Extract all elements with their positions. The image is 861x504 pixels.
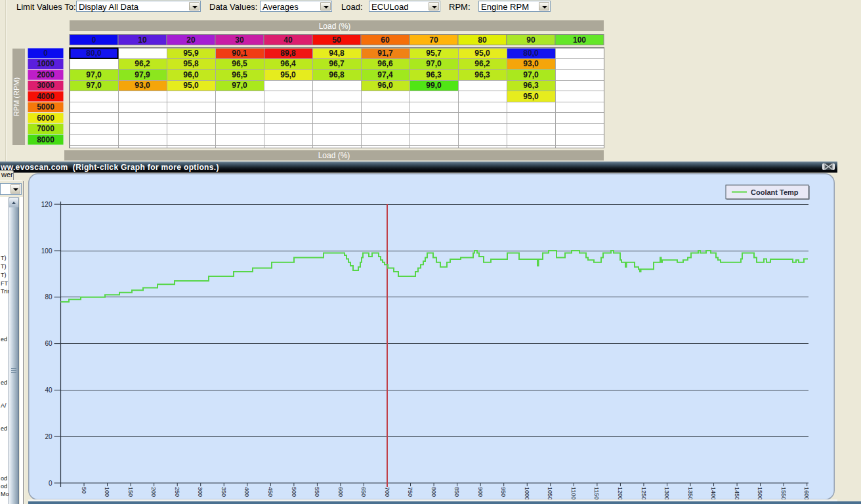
svg-text:2000: 2000	[37, 70, 54, 79]
svg-text:96,5: 96,5	[232, 59, 247, 68]
svg-text:80: 80	[45, 293, 52, 301]
svg-text:1300: 1300	[663, 487, 670, 500]
svg-text:96,6: 96,6	[377, 59, 393, 68]
svg-text:100: 100	[41, 247, 52, 255]
svg-text:1450: 1450	[734, 487, 740, 500]
svg-text:96,5: 96,5	[232, 70, 247, 79]
svg-text:95,0: 95,0	[523, 92, 539, 101]
svg-text:20: 20	[45, 433, 52, 440]
svg-text:95,9: 95,9	[183, 49, 199, 58]
svg-text:1350: 1350	[687, 487, 694, 500]
svg-text:93,0: 93,0	[135, 81, 150, 90]
svg-text:500: 500	[291, 487, 297, 497]
svg-text:5000: 5000	[37, 102, 54, 112]
svg-text:650: 650	[360, 487, 367, 497]
svg-text:0: 0	[92, 35, 96, 45]
svg-text:8000: 8000	[37, 135, 54, 144]
svg-text:200: 200	[150, 487, 157, 497]
svg-text:800: 800	[430, 487, 437, 497]
svg-text:96,0: 96,0	[377, 81, 393, 90]
svg-text:20: 20	[186, 35, 196, 45]
svg-text:60: 60	[45, 340, 52, 347]
svg-text:950: 950	[500, 487, 507, 497]
svg-text:4000: 4000	[37, 92, 54, 101]
svg-text:90,1: 90,1	[232, 49, 247, 58]
svg-text:96,3: 96,3	[426, 70, 442, 79]
svg-text:97,9: 97,9	[135, 70, 150, 79]
svg-text:96,2: 96,2	[474, 59, 490, 68]
svg-text:350: 350	[220, 487, 227, 497]
svg-text:95,8: 95,8	[183, 59, 199, 68]
svg-text:700: 700	[384, 487, 390, 497]
svg-text:95,7: 95,7	[426, 49, 442, 58]
svg-text:RPM (RPM): RPM (RPM)	[12, 77, 20, 116]
svg-text:80,0: 80,0	[523, 49, 539, 58]
svg-text:95,0: 95,0	[474, 49, 490, 58]
svg-text:80,0: 80,0	[86, 49, 102, 58]
svg-text:97,0: 97,0	[86, 81, 102, 90]
svg-text:850: 850	[453, 487, 460, 497]
svg-text:0: 0	[43, 49, 48, 58]
svg-text:96,0: 96,0	[183, 70, 199, 79]
svg-text:97,0: 97,0	[232, 81, 247, 90]
svg-text:97,0: 97,0	[523, 70, 539, 79]
svg-text:50: 50	[81, 487, 87, 494]
svg-text:250: 250	[174, 487, 180, 497]
svg-text:97,4: 97,4	[377, 70, 393, 79]
svg-text:1000: 1000	[37, 59, 54, 68]
svg-text:6000: 6000	[37, 114, 54, 123]
svg-text:96,7: 96,7	[329, 59, 345, 68]
svg-text:1150: 1150	[593, 487, 600, 499]
svg-text:95,0: 95,0	[183, 81, 199, 90]
svg-text:40: 40	[284, 35, 293, 45]
svg-text:96,8: 96,8	[329, 70, 345, 79]
svg-text:50: 50	[332, 35, 341, 45]
svg-text:1000: 1000	[524, 487, 530, 500]
svg-text:91,7: 91,7	[377, 49, 393, 58]
svg-text:94,8: 94,8	[329, 49, 345, 58]
svg-text:1050: 1050	[547, 487, 553, 500]
svg-text:Coolant Temp: Coolant Temp	[751, 188, 799, 196]
svg-text:7000: 7000	[37, 124, 54, 133]
svg-text:100: 100	[573, 35, 586, 45]
svg-text:96,3: 96,3	[474, 70, 490, 79]
svg-text:80: 80	[478, 35, 487, 45]
svg-text:40: 40	[45, 387, 52, 394]
svg-text:1200: 1200	[617, 487, 623, 500]
svg-text:90: 90	[526, 35, 536, 45]
svg-text:99,0: 99,0	[426, 81, 442, 90]
svg-text:60: 60	[381, 35, 390, 45]
svg-text:600: 600	[337, 487, 344, 497]
svg-text:0: 0	[49, 480, 52, 487]
svg-text:70: 70	[429, 35, 438, 45]
svg-text:1600: 1600	[803, 487, 810, 500]
svg-text:96,4: 96,4	[280, 59, 296, 68]
svg-text:97,0: 97,0	[86, 70, 102, 79]
svg-text:93,0: 93,0	[523, 59, 539, 68]
svg-text:97,0: 97,0	[426, 59, 442, 68]
svg-text:550: 550	[314, 487, 320, 497]
svg-text:1250: 1250	[640, 487, 647, 500]
svg-text:1100: 1100	[570, 487, 577, 499]
svg-text:400: 400	[243, 487, 250, 497]
svg-text:900: 900	[477, 487, 484, 497]
svg-text:300: 300	[197, 487, 203, 497]
svg-text:450: 450	[267, 487, 274, 497]
svg-text:96,3: 96,3	[523, 81, 539, 90]
svg-text:96,2: 96,2	[135, 59, 150, 68]
svg-text:30: 30	[235, 35, 244, 45]
svg-text:89,8: 89,8	[280, 49, 296, 58]
svg-text:1550: 1550	[780, 487, 787, 500]
svg-text:750: 750	[407, 487, 413, 497]
svg-text:1500: 1500	[757, 487, 763, 500]
svg-text:1400: 1400	[710, 487, 717, 500]
svg-text:Load (%): Load (%)	[319, 22, 351, 31]
svg-text:10: 10	[138, 35, 147, 45]
svg-text:100: 100	[104, 487, 110, 497]
svg-text:150: 150	[127, 487, 134, 497]
svg-text:120: 120	[41, 201, 52, 208]
svg-text:3000: 3000	[37, 81, 54, 90]
svg-text:95,0: 95,0	[280, 70, 296, 79]
svg-text:Load (%): Load (%)	[318, 151, 350, 160]
